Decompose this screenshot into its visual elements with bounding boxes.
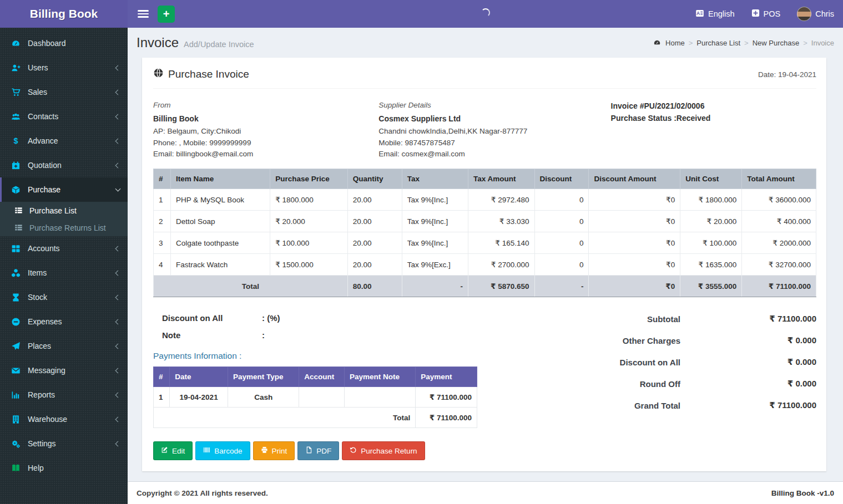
user-name: Chris xyxy=(815,9,834,18)
print-icon xyxy=(261,446,268,455)
cart-icon xyxy=(11,88,22,97)
breadcrumb: Home > Purchase List > New Purchase > In… xyxy=(653,39,834,47)
barcode-button[interactable]: Barcode xyxy=(195,441,250,460)
chevron-left-icon xyxy=(115,65,121,70)
pdf-button[interactable]: PDF xyxy=(297,441,339,460)
user-plus-icon xyxy=(11,63,22,73)
from-name: Billing Book xyxy=(153,113,378,125)
summary-subtotal: Subtotal ₹ 71100.000 xyxy=(556,314,816,324)
chevron-down-icon xyxy=(115,186,121,191)
breadcrumb-home[interactable]: Home xyxy=(665,39,685,47)
pos-button[interactable]: POS xyxy=(751,9,781,19)
item-row: 1 PHP & MySQL Book ₹ 1800.000 20.00 Tax … xyxy=(154,189,816,211)
chevron-left-icon xyxy=(115,416,121,422)
sidebar-item-dashboard[interactable]: Dashboard xyxy=(0,31,128,55)
payments-header-row: # Date Payment Type Account Payment Note… xyxy=(154,367,477,387)
sidebar-item-warehouse[interactable]: Warehouse xyxy=(0,407,128,431)
main-content: Invoice Add/Update Invoice Home > Purcha… xyxy=(128,28,843,504)
cube-icon xyxy=(11,185,22,195)
version-text: Billing Book -v1.0 xyxy=(771,489,834,497)
sidebar-item-help[interactable]: Help xyxy=(0,456,128,480)
paper-plane-icon xyxy=(11,342,22,351)
sidebar-item-quotation[interactable]: Quotation xyxy=(0,153,128,177)
sidebar-item-sales[interactable]: Sales xyxy=(0,80,128,104)
menu-toggle-icon[interactable] xyxy=(133,0,153,28)
cubes-icon xyxy=(11,268,22,278)
invoice-parties: From Billing Book AP: Belgaum, City:Chik… xyxy=(153,100,816,160)
pdf-file-icon xyxy=(305,446,312,455)
user-menu[interactable]: Chris xyxy=(797,7,834,21)
chevron-left-icon xyxy=(115,368,121,373)
list-icon xyxy=(14,223,24,232)
card-title: Purchase Invoice xyxy=(153,68,249,81)
globe-icon xyxy=(153,68,164,81)
chevron-left-icon xyxy=(115,89,121,95)
sidebar-item-purchase-list[interactable]: Purchase List xyxy=(0,202,128,219)
payments-table: # Date Payment Type Account Payment Note… xyxy=(153,366,477,428)
breadcrumb-new-purchase[interactable]: New Purchase xyxy=(753,39,800,47)
sidebar-item-reports[interactable]: Reports xyxy=(0,383,128,407)
topbar: Billing Book + A English POS xyxy=(0,0,843,28)
chevron-left-icon xyxy=(115,114,121,119)
navbar: + A English POS Chris xyxy=(128,0,843,28)
sidebar-item-stock[interactable]: Stock xyxy=(0,285,128,309)
chevron-left-icon xyxy=(115,294,121,300)
sidebar-item-messaging[interactable]: Messaging xyxy=(0,358,128,383)
chevron-left-icon xyxy=(115,441,121,446)
sidebar-item-expenses[interactable]: Expenses xyxy=(0,309,128,334)
from-block: From Billing Book AP: Belgaum, City:Chik… xyxy=(153,100,378,160)
home-gauge-icon xyxy=(653,39,661,47)
summary-grand-total: Grand Total ₹ 71100.000 xyxy=(556,400,816,410)
edit-button[interactable]: Edit xyxy=(153,441,193,460)
language-menu[interactable]: A English xyxy=(695,9,735,19)
chevron-left-icon xyxy=(115,162,121,168)
topbar-right-menu: A English POS Chris xyxy=(695,7,834,21)
sidebar-item-contacts[interactable]: Contacts xyxy=(0,104,128,129)
billing-book-app: Billing Book + A English POS xyxy=(0,0,843,504)
breadcrumb-current: Invoice xyxy=(811,39,834,47)
supplier-name: Cosmex Suppliers Ltd xyxy=(378,113,610,125)
hourglass-icon xyxy=(11,293,22,302)
sidebar-item-users[interactable]: Users xyxy=(0,55,128,80)
chevron-left-icon xyxy=(115,392,121,398)
purchase-return-button[interactable]: Purchase Return xyxy=(342,441,425,460)
sidebar-item-accounts[interactable]: Accounts xyxy=(0,236,128,261)
invoice-meta-block: Invoice #PU/2021/02/0006 Purchase Status… xyxy=(611,100,816,160)
sidebar-item-advance[interactable]: $ Advance xyxy=(0,129,128,153)
sidebar-item-settings[interactable]: Settings xyxy=(0,431,128,456)
invoice-date: Date: 19-04-2021 xyxy=(758,70,816,79)
app-logo[interactable]: Billing Book xyxy=(0,0,128,28)
items-total-row: Total 80.00 - ₹ 5870.650 - ₹0 ₹ 3555.000… xyxy=(154,276,816,297)
sidebar-item-places[interactable]: Places xyxy=(0,334,128,358)
sidebar-item-items[interactable]: Items xyxy=(0,261,128,285)
add-button[interactable]: + xyxy=(158,6,175,23)
print-button[interactable]: Print xyxy=(253,441,295,460)
list-icon xyxy=(14,206,24,215)
dashboard-icon xyxy=(11,39,22,48)
payments-heading: Payments Information : xyxy=(153,351,556,361)
minus-circle-icon xyxy=(11,317,22,327)
chevron-left-icon xyxy=(115,138,121,144)
purchase-submenu: Purchase List Purchase Returns List xyxy=(0,202,128,236)
calendar-plus-icon xyxy=(11,161,22,170)
item-row: 2 Dettol Soap ₹ 20.000 20.00 Tax 9%[Inc.… xyxy=(154,211,816,232)
users-icon xyxy=(11,112,22,121)
plus-icon: + xyxy=(163,8,170,19)
items-table: # Item Name Purchase Price Quantity Tax … xyxy=(153,169,816,297)
summary-discount-on-all: Discount on All ₹ 0.000 xyxy=(556,357,816,367)
copyright-text: Copyright © 2021 All rights reserved. xyxy=(137,489,268,497)
page-title: Invoice xyxy=(137,35,179,50)
chevron-left-icon xyxy=(115,343,121,349)
sidebar-item-purchase[interactable]: Purchase xyxy=(0,177,128,202)
gears-icon xyxy=(11,439,22,449)
breadcrumb-purchase-list[interactable]: Purchase List xyxy=(696,39,740,47)
svg-text:$: $ xyxy=(14,136,18,145)
items-header-row: # Item Name Purchase Price Quantity Tax … xyxy=(154,169,816,189)
language-label: English xyxy=(708,9,735,18)
building-icon xyxy=(11,415,22,424)
sidebar-item-purchase-returns-list[interactable]: Purchase Returns List xyxy=(0,219,128,236)
note-row: Note : xyxy=(162,330,556,340)
pos-label: POS xyxy=(764,9,781,18)
envelope-icon xyxy=(11,366,22,375)
chevron-left-icon xyxy=(115,319,121,324)
